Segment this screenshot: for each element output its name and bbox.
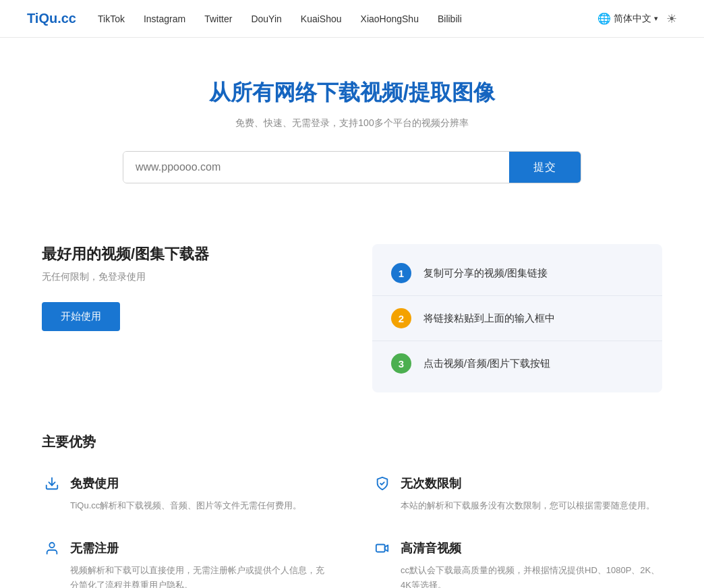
start-button[interactable]: 开始使用 bbox=[42, 302, 120, 331]
download-icon bbox=[42, 476, 62, 491]
header: TiQu.cc TikTok Instagram Twitter DouYin … bbox=[0, 0, 704, 38]
nav-item-douyin[interactable]: DouYin bbox=[251, 13, 281, 24]
advantage-free: 免费使用 TiQu.cc解析和下载视频、音频、图片等文件无需任何费用。 bbox=[42, 475, 332, 513]
advantage-free-title: 免费使用 bbox=[70, 475, 119, 492]
step-item-1: 1 复制可分享的视频/图集链接 bbox=[372, 251, 662, 296]
chevron-down-icon: ▾ bbox=[654, 14, 658, 23]
search-bar: 提交 bbox=[123, 151, 581, 183]
globe-icon: 🌐 bbox=[597, 12, 611, 25]
intro-heading: 最好用的视频/图集下载器 bbox=[42, 244, 332, 264]
step-badge-2: 2 bbox=[391, 308, 411, 328]
advantage-noregister-desc: 视频解析和下载可以直接使用，无需注册帐户或提供个人信息，充分简化了流程并尊重用户… bbox=[42, 563, 332, 588]
advantages-grid: 免费使用 TiQu.cc解析和下载视频、音频、图片等文件无需任何费用。 无次数限… bbox=[42, 475, 662, 588]
theme-toggle-button[interactable]: ☀ bbox=[666, 11, 677, 26]
advantage-hd-desc: cc默认会下载最高质量的视频，并根据情况提供HD、1080P、2K、4K等选择。 bbox=[372, 563, 662, 588]
advantages-section: 主要优势 免费使用 TiQu.cc解析和下载视频、音频、图片等文件无需任何费用。 bbox=[42, 433, 662, 588]
nav-item-instagram[interactable]: Instagram bbox=[144, 13, 185, 24]
main-content: 最好用的视频/图集下载器 无任何限制，免登录使用 开始使用 1 复制可分享的视频… bbox=[15, 217, 689, 588]
svg-point-1 bbox=[49, 543, 54, 548]
logo[interactable]: TiQu.cc bbox=[27, 11, 76, 26]
advantage-nolimit-header: 无次数限制 bbox=[372, 475, 662, 492]
lang-label: 简体中文 bbox=[614, 13, 651, 25]
nav-item-twitter[interactable]: Twitter bbox=[204, 13, 232, 24]
user-icon bbox=[42, 541, 62, 556]
shield-check-icon bbox=[372, 476, 392, 491]
language-button[interactable]: 🌐 简体中文 ▾ bbox=[597, 12, 658, 25]
advantage-noregister-header: 无需注册 bbox=[42, 540, 332, 556]
nav-item-kuaishou[interactable]: KuaiShou bbox=[301, 13, 342, 24]
nav-item-tiktok[interactable]: TikTok bbox=[98, 13, 125, 24]
steps-card: 1 复制可分享的视频/图集链接 2 将链接粘贴到上面的输入框中 3 点击视频/音… bbox=[372, 244, 662, 392]
advantage-free-desc: TiQu.cc解析和下载视频、音频、图片等文件无需任何费用。 bbox=[42, 498, 332, 513]
advantage-nolimit: 无次数限制 本站的解析和下载服务没有次数限制，您可以根据需要随意使用。 bbox=[372, 475, 662, 513]
hero-subtitle: 免费、快速、无需登录，支持100多个平台的视频分辨率 bbox=[27, 117, 677, 129]
svg-rect-2 bbox=[376, 545, 385, 552]
nav-item-xiaohongshu[interactable]: XiaoHongShu bbox=[361, 13, 419, 24]
step-badge-3: 3 bbox=[391, 353, 411, 374]
nav-item-bilibili[interactable]: Bilibili bbox=[438, 13, 462, 24]
hero-title: 从所有网络下载视频/提取图像 bbox=[27, 78, 677, 108]
step-text-2: 将链接粘贴到上面的输入框中 bbox=[423, 312, 555, 325]
advantage-nolimit-title: 无次数限制 bbox=[401, 475, 461, 492]
url-input[interactable] bbox=[123, 152, 509, 183]
video-icon bbox=[372, 541, 392, 556]
intro-subheading: 无任何限制，免登录使用 bbox=[42, 271, 332, 283]
header-right: 🌐 简体中文 ▾ ☀ bbox=[597, 11, 677, 26]
advantage-free-header: 免费使用 bbox=[42, 475, 332, 492]
step-text-3: 点击视频/音频/图片下载按钮 bbox=[423, 357, 550, 370]
intro-left: 最好用的视频/图集下载器 无任何限制，免登录使用 开始使用 bbox=[42, 244, 332, 392]
advantage-hd-header: 高清音视频 bbox=[372, 540, 662, 556]
nav: TikTok Instagram Twitter DouYin KuaiShou… bbox=[98, 13, 597, 24]
step-text-1: 复制可分享的视频/图集链接 bbox=[423, 267, 548, 280]
advantage-hd: 高清音视频 cc默认会下载最高质量的视频，并根据情况提供HD、1080P、2K、… bbox=[372, 540, 662, 588]
hero-section: 从所有网络下载视频/提取图像 免费、快速、无需登录，支持100多个平台的视频分辨… bbox=[0, 38, 704, 217]
intro-section: 最好用的视频/图集下载器 无任何限制，免登录使用 开始使用 1 复制可分享的视频… bbox=[42, 244, 662, 392]
submit-button[interactable]: 提交 bbox=[509, 152, 581, 183]
steps-container: 1 复制可分享的视频/图集链接 2 将链接粘贴到上面的输入框中 3 点击视频/音… bbox=[372, 244, 662, 392]
advantages-title: 主要优势 bbox=[42, 433, 662, 451]
step-item-3: 3 点击视频/音频/图片下载按钮 bbox=[372, 341, 662, 386]
advantage-hd-title: 高清音视频 bbox=[401, 540, 461, 556]
step-badge-1: 1 bbox=[391, 263, 411, 283]
advantage-noregister-title: 无需注册 bbox=[70, 540, 119, 556]
step-item-2: 2 将链接粘贴到上面的输入框中 bbox=[372, 296, 662, 341]
advantage-nolimit-desc: 本站的解析和下载服务没有次数限制，您可以根据需要随意使用。 bbox=[372, 498, 662, 513]
advantage-noregister: 无需注册 视频解析和下载可以直接使用，无需注册帐户或提供个人信息，充分简化了流程… bbox=[42, 540, 332, 588]
